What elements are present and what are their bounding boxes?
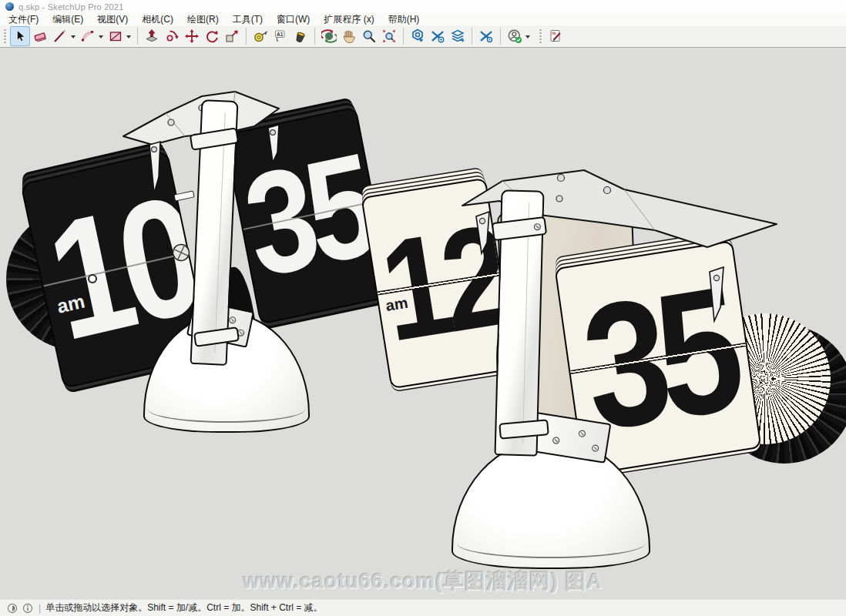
account-person-icon	[507, 28, 522, 44]
eraser-icon	[32, 28, 48, 44]
zoom-tool-button[interactable]	[359, 26, 379, 46]
select-arrow-icon	[12, 28, 28, 44]
arc-icon	[80, 28, 96, 44]
move-icon	[184, 28, 200, 44]
toolbar-separator	[500, 28, 501, 45]
window-title: q.skp - SketchUp Pro 2021	[18, 2, 123, 12]
title-bar: q.skp - SketchUp Pro 2021	[0, 0, 846, 13]
arc-tool-button[interactable]	[78, 26, 98, 46]
menu-camera[interactable]: 相机(C)	[135, 13, 180, 26]
app-icon	[5, 2, 14, 11]
meridiem-label: am	[384, 294, 409, 315]
screw	[592, 444, 599, 452]
info-icon[interactable]	[22, 603, 33, 614]
toolbar-grip[interactable]	[3, 28, 7, 45]
flip-clock-black[interactable]: 10 am 35	[0, 85, 401, 500]
menu-bar: 文件(F) 编辑(E) 视图(V) 相机(C) 绘图(R) 工具(T) 窗口(W…	[0, 13, 846, 25]
orbit-icon	[321, 28, 337, 44]
plugin-settings-button[interactable]	[476, 26, 496, 46]
rectangle-icon	[108, 28, 123, 44]
extension-warehouse-button[interactable]	[408, 26, 428, 46]
menu-window[interactable]: 窗口(W)	[270, 13, 317, 26]
toolbar-grip[interactable]	[539, 28, 542, 45]
status-bar: | 单击或拖动以选择对象。Shift = 加/减。Ctrl = 加。Shift …	[0, 599, 846, 616]
watermark: www.caotu66.com(草图溜溜网) 图A	[243, 567, 603, 595]
orbit-tool-button[interactable]	[319, 26, 339, 46]
zoom-extents-icon	[381, 28, 397, 44]
flip-clock-white[interactable]: 12 am 35	[368, 167, 846, 599]
toolbar-separator	[246, 28, 247, 45]
viewport-3d[interactable]: 10 am 35	[0, 48, 846, 599]
push-pull-icon	[144, 28, 159, 44]
select-tool-button[interactable]	[10, 26, 30, 46]
screw	[552, 437, 560, 444]
tape-measure-icon	[253, 28, 268, 44]
zoom-magnifier-icon	[361, 28, 377, 44]
plugin-sync-button[interactable]	[428, 26, 448, 46]
text-tool-button[interactable]: A1	[270, 26, 290, 46]
eraser-tool-button[interactable]	[30, 26, 50, 46]
toolbar-separator	[472, 28, 472, 45]
plugin-sync-icon	[430, 28, 445, 44]
tape-measure-tool-button[interactable]	[250, 26, 270, 46]
account-dropdown[interactable]	[525, 35, 530, 41]
account-button[interactable]	[505, 26, 525, 46]
pan-hand-icon	[341, 28, 357, 44]
drum-axle	[88, 274, 97, 283]
screw	[228, 316, 237, 324]
top-bracket	[434, 167, 804, 333]
paint-bucket-icon	[293, 28, 308, 44]
text-label-icon: A1	[273, 28, 288, 44]
rectangle-tool-button[interactable]	[106, 26, 126, 46]
menu-tools[interactable]: 工具(T)	[226, 13, 270, 26]
followme-tool-button[interactable]	[162, 26, 182, 46]
menu-file[interactable]: 文件(F)	[2, 13, 45, 26]
paint-bucket-tool-button[interactable]	[290, 26, 311, 46]
menu-view[interactable]: 视图(V)	[90, 13, 135, 26]
svg-text:rb: rb	[552, 31, 556, 35]
sketchup-window: q.skp - SketchUp Pro 2021 文件(F) 编辑(E) 视图…	[0, 0, 846, 616]
pushpull-tool-button[interactable]	[142, 26, 162, 46]
follow-me-icon	[164, 28, 180, 44]
rotate-icon	[204, 28, 220, 44]
ruby-editor-button[interactable]: rb	[546, 26, 566, 46]
scale-icon	[224, 28, 240, 44]
move-tool-button[interactable]	[182, 26, 202, 46]
plugin-settings-icon	[478, 28, 494, 44]
zoom-extents-tool-button[interactable]	[379, 26, 399, 46]
toolbar-separator	[137, 28, 138, 45]
rotate-tool-button[interactable]	[202, 26, 222, 46]
plugin-layers-icon	[450, 28, 465, 44]
line-tool-button[interactable]	[50, 26, 70, 46]
menu-edit[interactable]: 编辑(E)	[45, 13, 90, 26]
status-hint: 单击或拖动以选择对象。Shift = 加/减。Ctrl = 加。Shift + …	[45, 601, 322, 614]
ruby-editor-icon: rb	[548, 28, 563, 44]
pan-tool-button[interactable]	[339, 26, 359, 46]
pencil-icon	[52, 28, 68, 44]
arc-tool-dropdown[interactable]	[99, 35, 103, 41]
statusbar-divider: |	[39, 603, 41, 614]
menu-extensions[interactable]: 扩展程序 (x)	[317, 13, 381, 26]
extension-warehouse-icon	[410, 28, 425, 44]
menu-help[interactable]: 帮助(H)	[381, 13, 427, 26]
toolbar: A1	[0, 25, 846, 48]
toolbar-separator	[403, 28, 404, 45]
toolbar-separator	[314, 28, 315, 45]
svg-text:A1: A1	[277, 32, 284, 37]
screw	[533, 223, 541, 231]
menu-draw[interactable]: 绘图(R)	[180, 13, 226, 26]
geolocation-icon[interactable]	[7, 603, 18, 614]
scale-tool-button[interactable]	[222, 26, 242, 46]
plugin-layers-button[interactable]	[448, 26, 468, 46]
screw	[578, 430, 586, 437]
line-tool-dropdown[interactable]	[71, 35, 76, 41]
rectangle-tool-dropdown[interactable]	[126, 35, 131, 41]
